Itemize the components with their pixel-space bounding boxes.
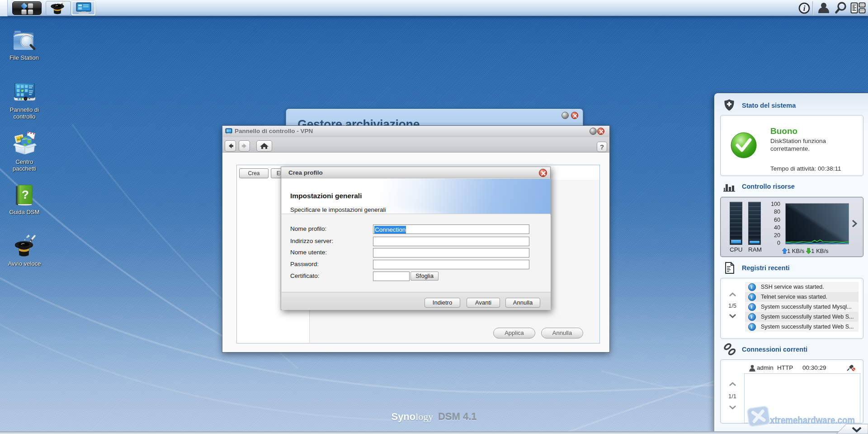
svg-text:i: i <box>803 4 806 13</box>
svg-text:?: ? <box>22 188 29 201</box>
